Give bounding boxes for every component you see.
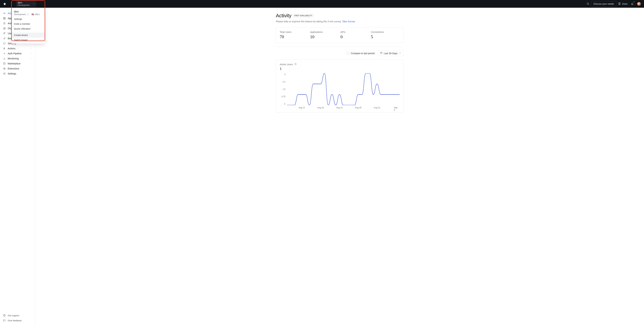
- ext-icon: [3, 67, 6, 70]
- sidebar-item-label: Give feedback: [8, 319, 22, 322]
- notification-dot: [634, 1, 635, 2]
- info-icon[interactable]: i: [27, 13, 29, 15]
- checkbox-icon: [347, 52, 349, 54]
- active-users-card: Active Users 1 32.31.50.750 Aug 11Aug 16…: [276, 59, 404, 113]
- bars-icon: [3, 57, 6, 60]
- svg-rect-20: [380, 52, 382, 54]
- sidebar-item-label: Get support: [8, 314, 19, 317]
- chevron-right-icon: [30, 47, 32, 50]
- bolt-icon: [3, 47, 6, 50]
- notifications-button[interactable]: [629, 1, 635, 6]
- chart-title: Active Users: [280, 63, 293, 66]
- help-icon[interactable]: [294, 63, 297, 66]
- stat-applications: Applications10: [310, 31, 339, 39]
- sidebar-item-label: Monitoring: [8, 57, 19, 60]
- lock-icon: [3, 22, 6, 25]
- x-axis: Aug 11Aug 16Aug 21Aug 26Aug 31Sep 5: [287, 105, 400, 109]
- sidebar-item-auth-pipeline[interactable]: Auth Pipeline: [1, 51, 34, 56]
- tenant-env: Development: [18, 4, 30, 6]
- docs-link[interactable]: Docs: [616, 1, 629, 6]
- dropdown-item-invite-a-member[interactable]: Invite a member: [12, 21, 45, 26]
- stat-connections: Connections5: [371, 31, 400, 39]
- svg-point-0: [587, 3, 588, 4]
- chevron-down-icon: [399, 52, 401, 55]
- chart-area: 32.31.50.750: [280, 73, 400, 105]
- svg-point-17: [4, 73, 5, 74]
- dropdown-item-switch-tenant[interactable]: Switch tenant: [12, 37, 45, 42]
- svg-rect-2: [3, 17, 4, 18]
- avatar[interactable]: [637, 2, 641, 6]
- chart-controls: Compare to last period Last 30 Days: [276, 50, 404, 56]
- stat-apis: APIs0: [340, 31, 369, 39]
- stat-value: 70: [280, 34, 308, 39]
- sidebar-item-label: Extensions: [8, 67, 19, 70]
- activity-icon: [3, 12, 6, 14]
- market-icon: [3, 62, 6, 65]
- discuss-label: Discuss your needs: [594, 2, 614, 5]
- calendar-icon: [380, 52, 382, 55]
- chart-plot[interactable]: [287, 73, 400, 105]
- svg-rect-6: [4, 23, 5, 24]
- users-icon: [3, 32, 6, 35]
- book-icon: [618, 2, 621, 5]
- chevron-right-icon: [30, 52, 32, 55]
- stats-card: Total Users70Applications10APIs0Connecti…: [276, 27, 404, 43]
- search-button[interactable]: [585, 1, 591, 6]
- sidebar-item-label: Settings: [8, 72, 16, 75]
- stat-label: APIs: [340, 31, 369, 33]
- org-icon: [3, 27, 6, 30]
- chevron-right-icon: [40, 39, 42, 41]
- sidebar-item-label: Marketplace: [8, 62, 20, 65]
- stat-value: 0: [340, 34, 369, 39]
- dropdown-item-create-tenant[interactable]: Create tenant: [12, 33, 45, 37]
- flag-icon: 🇺🇸: [32, 13, 34, 15]
- tenant-switcher-button[interactable]: dijon Development: [16, 1, 36, 7]
- sidebar-footer-give-feedback[interactable]: Give feedback: [1, 318, 34, 323]
- search-icon: [586, 2, 589, 5]
- divider: [11, 2, 11, 6]
- date-range-select[interactable]: Last 30 Days: [378, 50, 404, 56]
- auth0-logo-icon[interactable]: [3, 2, 6, 5]
- dropdown-tenant-name: dijon: [14, 10, 42, 13]
- sidebar-item-label: Auth Pipeline: [8, 52, 22, 55]
- dropdown-header: dijon Development i 🇺🇸 US-1: [12, 9, 45, 16]
- stat-label: Applications: [310, 31, 339, 33]
- svg-rect-8: [4, 27, 5, 29]
- tenant-dropdown: dijon Development i 🇺🇸 US-1 SettingsInvi…: [12, 8, 45, 44]
- gear-icon: [3, 72, 6, 75]
- sidebar-item-label: Actions: [8, 47, 16, 50]
- stat-value: 10: [310, 34, 339, 39]
- sidebar-item-settings[interactable]: Settings: [1, 71, 34, 76]
- stat-label: Connections: [371, 31, 400, 33]
- stat-label: Total Users: [280, 31, 308, 33]
- take-survey-link[interactable]: Take Survey: [342, 20, 355, 23]
- chart-value: 1: [280, 66, 400, 71]
- shield-icon: [3, 42, 6, 45]
- bell-icon: [631, 2, 634, 5]
- help-icon: [3, 314, 6, 317]
- main-content: Activity FIRST AVAILABILITY Please help …: [35, 8, 644, 326]
- sidebar-item-marketplace[interactable]: Marketplace: [1, 61, 34, 66]
- stat-value: 5: [371, 34, 400, 39]
- svg-rect-4: [3, 18, 4, 19]
- chevron-down-icon: [32, 2, 34, 5]
- discuss-button[interactable]: Discuss your needs: [591, 1, 616, 6]
- sidebar: ActivityApplicationsAuthenticationOrgani…: [0, 8, 35, 326]
- dropdown-region: US-1: [35, 13, 40, 15]
- dropdown-item-settings[interactable]: Settings: [12, 16, 45, 21]
- chevron-right-icon: [30, 57, 32, 60]
- compare-checkbox[interactable]: Compare to last period: [347, 52, 375, 55]
- svg-point-9: [4, 32, 4, 33]
- dropdown-env: Development: [14, 13, 26, 15]
- svg-rect-14: [4, 63, 5, 64]
- svg-line-1: [588, 4, 589, 5]
- y-axis: 32.31.50.750: [280, 73, 287, 105]
- sidebar-item-actions[interactable]: Actions: [1, 46, 34, 51]
- logo-area: dijon Development: [3, 0, 36, 8]
- range-label: Last 30 Days: [384, 52, 398, 55]
- sidebar-footer-get-support[interactable]: Get support: [1, 313, 34, 318]
- sidebar-item-monitoring[interactable]: Monitoring: [1, 56, 34, 61]
- dropdown-item-quota-utilization[interactable]: Quota Utilization: [12, 26, 45, 31]
- compare-label: Compare to last period: [351, 52, 375, 55]
- sidebar-item-extensions[interactable]: Extensions: [1, 66, 34, 71]
